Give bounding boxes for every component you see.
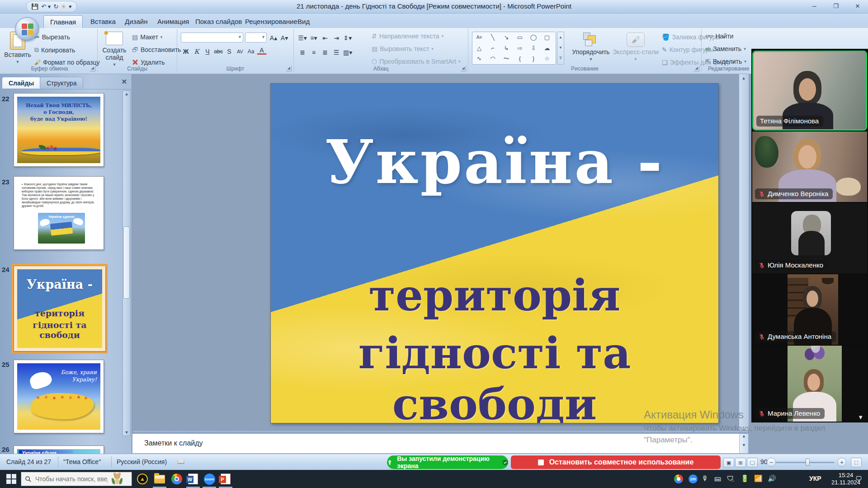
underline-button[interactable]: Ч [203, 46, 212, 56]
slide-line3-text[interactable]: гідності та свободи [271, 328, 718, 423]
zoom-slider-track[interactable] [776, 462, 835, 463]
battery-icon[interactable]: 🔋 [741, 474, 749, 483]
align-right-button[interactable]: ≣ [320, 47, 330, 57]
shape-cloud-icon[interactable]: ☁ [540, 43, 554, 53]
shapes-gallery[interactable]: A≡ ╲ ↘ ▭ ◯ ▢ △ ⌐ ↳ ⇨ ⇩ ☁ ∿ ◠ 〜 { } ☆ [472, 32, 556, 65]
copy-button[interactable]: ⧉Копировать [34, 46, 75, 54]
zoom-tray-icon[interactable]: zm [686, 473, 700, 485]
tab-dizayn[interactable]: Дизайн [118, 15, 154, 28]
notes-area[interactable]: Заметки к слайду ▲▼ [132, 433, 749, 454]
powerpoint-icon[interactable]: P [219, 473, 232, 485]
quick-styles-button[interactable]: 🖌 Экспресс-стили▼ [612, 33, 659, 61]
shape-curve-icon[interactable]: 〜 [500, 53, 513, 64]
align-text-button[interactable]: ▤Выровнять текст▾ [372, 45, 434, 52]
spellcheck-icon[interactable]: 📖 [177, 458, 184, 465]
volume-icon[interactable]: 🔊 [768, 474, 776, 483]
chrome-icon[interactable] [170, 473, 184, 485]
zoom-out-button[interactable]: − [767, 458, 776, 467]
convert-smartart-button[interactable]: ⬡Преобразовать в SmartArt▾ [372, 58, 461, 65]
shape-elbow-arrow-icon[interactable]: ↳ [500, 43, 513, 53]
font-dialog-launcher-icon[interactable]: ◢ [286, 66, 292, 71]
maximize-button[interactable]: ❐ [829, 2, 843, 11]
slide-thumbnail-24-selected[interactable]: Україна - територія гідності та свободи [14, 266, 106, 352]
participant-tile-2[interactable]: Димченко Вероніка [752, 131, 867, 202]
pane-close-icon[interactable]: ✕ [121, 78, 127, 86]
shape-line-icon[interactable]: ╲ [486, 32, 500, 42]
shrink-font-button[interactable]: A▾ [279, 33, 289, 42]
grow-font-button[interactable]: A▴ [269, 33, 278, 42]
decrease-indent-button[interactable]: ⇤ [320, 33, 330, 42]
participant-tile-4[interactable]: Думанська Антоніна [752, 274, 867, 345]
participant-tile-5[interactable]: Марина Левенко [752, 346, 867, 422]
slide-thumbnail-22[interactable]: Нехай Твоя МИЛІСТЬ, о Господи, буде над … [14, 93, 104, 167]
slide-thumbnail-26[interactable]: Україна єдина [14, 446, 104, 454]
tab-glavnaya[interactable]: Главная [43, 15, 83, 28]
shape-down-arrow-icon[interactable]: ⇩ [527, 43, 540, 53]
find-button[interactable]: 👓Найти [705, 33, 733, 40]
change-case-button[interactable]: Aa [246, 46, 256, 56]
scroll-up-icon[interactable]: ▲ [123, 92, 130, 96]
editor-scrollbar[interactable]: ▲ ⏶ ⏷ ▼ [739, 74, 749, 454]
align-left-button[interactable]: ≣ [297, 47, 307, 57]
shape-right-arrow-icon[interactable]: ⇨ [513, 43, 527, 53]
tab-vstavka[interactable]: Вставка [84, 15, 122, 28]
shape-scribble-icon[interactable]: ∿ [472, 53, 486, 64]
taskbar-search[interactable] [21, 472, 132, 486]
defender-shield-icon[interactable]: 🛡⚠ [727, 474, 734, 482]
text-direction-button[interactable]: ⇵Направление текста▾ [372, 33, 443, 40]
shapes-gallery-scrollbar[interactable]: ▲▼⊽ [557, 32, 564, 65]
participant-tile-1[interactable]: Тетяна Філімонова [752, 51, 867, 131]
office-button[interactable] [15, 17, 39, 41]
shape-elbow-icon[interactable]: ⌐ [486, 43, 500, 53]
search-input[interactable] [35, 475, 108, 483]
shape-triangle-icon[interactable]: △ [472, 43, 486, 53]
justify-button[interactable]: ☰ [331, 47, 341, 57]
slides-pane-scrollbar[interactable]: ▲ ▼ [123, 90, 131, 436]
bullets-button[interactable]: ☰▾ [297, 33, 307, 42]
stop-sharing-button[interactable]: Остановить совместное использование [511, 455, 721, 469]
arrange-button[interactable]: Упорядочить▼ [571, 33, 610, 61]
shape-arc-icon[interactable]: ◠ [486, 53, 500, 64]
normal-view-button[interactable]: ▣ [723, 458, 734, 467]
numbering-button[interactable]: ≡▾ [309, 33, 319, 42]
slide-sorter-view-button[interactable]: ⊞ [735, 458, 746, 467]
paragraph-dialog-launcher-icon[interactable]: ◢ [461, 66, 466, 71]
align-center-button[interactable]: ≡ [309, 47, 319, 57]
shape-left-brace-icon[interactable]: { [513, 53, 527, 64]
scrollbar-thumb[interactable] [123, 226, 130, 299]
shape-oval-icon[interactable]: ◯ [527, 32, 540, 42]
new-slide-button[interactable]: ✹ Создать слайд▼ [100, 32, 128, 67]
font-size-combobox[interactable]: ▼ [245, 33, 267, 42]
reset-slide-button[interactable]: 🗗Восстановить [132, 46, 181, 53]
minimize-button[interactable]: ─ [807, 2, 821, 11]
wifi-icon[interactable]: 📶 [754, 474, 763, 483]
start-button[interactable] [6, 474, 16, 484]
notes-placeholder[interactable]: Заметки к слайду [144, 439, 203, 447]
notes-scrollbar[interactable]: ▲▼ [739, 434, 748, 453]
replace-button[interactable]: abЗаменить▾ [705, 45, 746, 52]
slideshow-view-button[interactable]: 🖵 [747, 458, 758, 467]
more-participants-icon[interactable]: ▼ [858, 414, 863, 421]
layout-button[interactable]: ▤Макет▾ [132, 33, 162, 41]
shape-textbox-icon[interactable]: A≡ [472, 32, 486, 42]
search-highlight-cat-graphic[interactable] [111, 473, 123, 485]
select-button[interactable]: ⇱Выделить▾ [705, 58, 746, 65]
clipboard-dialog-launcher-icon[interactable]: ◢ [90, 66, 95, 71]
microphone-tray-icon[interactable]: 🎙 [702, 474, 708, 482]
participant-tile-3[interactable]: Юлія Москаленко [752, 203, 867, 273]
notes-splitter[interactable] [132, 430, 749, 433]
zoom-in-button[interactable]: + [837, 458, 846, 467]
keyboard-language-indicator[interactable]: УКР [809, 475, 821, 482]
action-center-icon[interactable]: 🗨 [855, 475, 862, 483]
shape-rounded-rectangle-icon[interactable]: ▢ [540, 32, 554, 42]
format-painter-button[interactable]: 🖌Формат по образцу [34, 59, 100, 66]
strikethrough-button[interactable]: abc [213, 46, 223, 56]
slide-thumbnail-23[interactable]: •Кожного дня, щогодини Україна завдяки т… [14, 176, 104, 250]
current-slide-canvas[interactable]: Україна - територія гідності та свободи [270, 83, 719, 423]
drawing-dialog-launcher-icon[interactable]: ◢ [694, 66, 699, 71]
tab-vid[interactable]: Вид [291, 15, 316, 28]
word-icon[interactable]: W [186, 473, 200, 485]
font-color-button[interactable]: А [257, 46, 267, 55]
usb-tray-icon[interactable]: 🖴 [714, 474, 721, 482]
aimp-icon[interactable]: ▲ [136, 473, 149, 485]
